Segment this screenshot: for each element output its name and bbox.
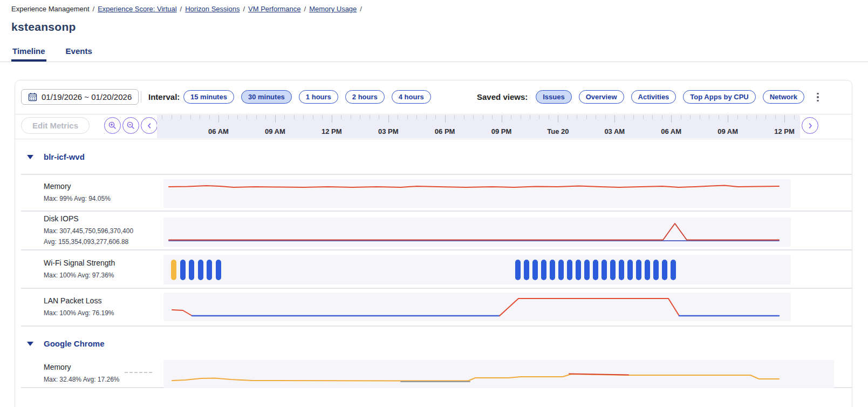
axis-tick xyxy=(322,115,323,119)
interval-4-hours[interactable]: 4 hours xyxy=(392,90,431,104)
breadcrumb-separator: / xyxy=(180,5,182,13)
axis-tick xyxy=(341,115,341,119)
axis-tick xyxy=(605,115,606,119)
breadcrumb-separator: / xyxy=(243,5,245,13)
signal-bar xyxy=(515,260,521,280)
metric-chart xyxy=(163,293,791,321)
metric-row-blr-icf-wvd-disk-iops: Disk IOPSMax: 307,445,750,596,370,400Avg… xyxy=(15,212,852,249)
zoom-out-icon xyxy=(126,121,135,130)
axis-tick xyxy=(407,115,408,119)
metric-name: Disk IOPS xyxy=(44,214,133,223)
toolbar: 01/19/2026 ~ 01/20/2026 Interval: 15 min… xyxy=(15,80,852,114)
metric-chart xyxy=(163,218,791,247)
zoom-in-icon xyxy=(108,121,117,130)
axis-tick xyxy=(435,115,436,119)
time-axis[interactable]: 06 AM09 AM12 PM03 PM06 PM09 PMTue 2003 A… xyxy=(157,115,800,138)
breadcrumb-link-experience-score-virtual[interactable]: Experience Score: Virtual xyxy=(98,5,176,13)
timeline-card: 01/19/2026 ~ 01/20/2026 Interval: 15 min… xyxy=(15,80,852,407)
signal-bar xyxy=(645,260,650,280)
signal-bar xyxy=(198,260,203,280)
axis-tick xyxy=(700,115,700,119)
signal-bar xyxy=(662,260,667,280)
calendar-icon xyxy=(28,92,37,101)
breadcrumb-link-memory-usage[interactable]: Memory Usage xyxy=(309,5,357,13)
saved-view-activities[interactable]: Activities xyxy=(631,90,676,104)
interval-2-hours[interactable]: 2 hours xyxy=(345,90,385,104)
axis-tick xyxy=(379,115,379,119)
saved-views: Saved views: IssuesOverviewActivitiesTop… xyxy=(477,90,804,104)
signal-bar xyxy=(216,260,221,280)
breadcrumb-link-vm-performance[interactable]: VM Performance xyxy=(248,5,301,13)
axis-tick xyxy=(577,115,577,119)
axis-tick-label: 09 PM xyxy=(491,127,512,135)
saved-view-top-apps-by-cpu[interactable]: Top Apps by CPU xyxy=(683,90,755,104)
date-range-picker[interactable]: 01/19/2026 ~ 01/20/2026 xyxy=(21,89,139,105)
signal-bar xyxy=(627,260,633,280)
pan-right-button[interactable] xyxy=(802,117,818,134)
metric-name: LAN Packet Loss xyxy=(44,296,114,305)
collapse-toggle-icon[interactable] xyxy=(27,155,33,159)
saved-view-overview[interactable]: Overview xyxy=(579,90,624,104)
axis-tick xyxy=(614,115,615,123)
saved-view-issues[interactable]: Issues xyxy=(536,90,571,104)
interval-15-minutes[interactable]: 15 minutes xyxy=(183,90,234,104)
metric-label: Disk IOPSMax: 307,445,750,596,370,400Avg… xyxy=(44,214,133,247)
axis-tick xyxy=(190,115,191,119)
signal-bar xyxy=(653,260,659,280)
tab-timeline[interactable]: Timeline xyxy=(11,46,46,62)
group-name[interactable]: Google Chrome xyxy=(44,339,105,348)
signal-bar xyxy=(610,260,616,280)
page: Experience Management/Experience Score: … xyxy=(0,0,868,407)
saved-views-label: Saved views: xyxy=(477,92,528,101)
axis-tick xyxy=(756,115,757,119)
axis-tick xyxy=(360,115,360,119)
axis-tick xyxy=(558,115,558,123)
metric-row-blr-icf-wvd-lan-packet-loss: LAN Packet LossMax: 100% Avg: 76.19% xyxy=(15,289,852,325)
breadcrumb-link-horizon-sessions[interactable]: Horizon Sessions xyxy=(185,5,240,13)
edit-metrics-button[interactable]: Edit Metrics xyxy=(21,117,90,134)
axis-tick xyxy=(719,115,719,119)
metric-label: MemoryMax: 32.48% Avg: 17.26% xyxy=(44,363,120,385)
axis-tick-label: 09 AM xyxy=(717,127,738,135)
metric-row-blr-icf-wvd-memory: MemoryMax: 99% Avg: 94.05% xyxy=(15,175,852,211)
toolbar-divider xyxy=(141,91,141,103)
signal-bar xyxy=(567,260,572,280)
axis-tick xyxy=(445,115,446,123)
metric-name: Memory xyxy=(44,363,120,371)
more-options-button[interactable] xyxy=(814,91,822,104)
axis-tick xyxy=(172,115,172,119)
axis-tick xyxy=(237,115,238,119)
axis-tick xyxy=(313,115,313,119)
interval-buttons: 15 minutes30 minutes1 hours2 hours4 hour… xyxy=(183,90,431,104)
collapse-toggle-icon[interactable] xyxy=(27,342,33,346)
metric-name: Wi-Fi Signal Strength xyxy=(44,258,115,267)
axis-tick xyxy=(256,115,257,119)
axis-tick xyxy=(766,115,766,119)
pan-left-button[interactable] xyxy=(141,117,158,134)
saved-view-network[interactable]: Network xyxy=(763,90,804,104)
axis-tick xyxy=(530,115,530,119)
signal-bar xyxy=(541,260,546,280)
axis-tick xyxy=(426,115,427,119)
axis-tick xyxy=(464,115,464,119)
group-name[interactable]: blr-icf-wvd xyxy=(44,152,85,161)
axis-tick-label: Tue 20 xyxy=(547,127,569,135)
axis-tick xyxy=(200,115,200,119)
interval-1-hours[interactable]: 1 hours xyxy=(299,90,338,104)
axis-tick xyxy=(690,115,691,119)
zoom-in-button[interactable] xyxy=(104,117,121,134)
signal-bar xyxy=(619,260,624,280)
axis-tick xyxy=(209,115,210,119)
metric-stat: Max: 307,445,750,596,370,400 xyxy=(44,226,133,236)
axis-tick xyxy=(502,115,502,123)
axis-tick xyxy=(549,115,549,119)
group-header-blr-icf-wvd: blr-icf-wvd xyxy=(15,139,852,174)
axis-tick-label: 12 PM xyxy=(774,127,795,135)
tab-events[interactable]: Events xyxy=(65,46,93,62)
signal-bar xyxy=(189,260,194,280)
axis-tick xyxy=(596,115,596,119)
interval-30-minutes[interactable]: 30 minutes xyxy=(241,90,292,104)
zoom-out-button[interactable] xyxy=(122,117,139,134)
breadcrumb-separator: / xyxy=(360,5,362,13)
metric-row-blr-icf-wvd-wi-fi-signal-strength: Wi-Fi Signal StrengthMax: 100% Avg: 97.3… xyxy=(15,250,852,288)
